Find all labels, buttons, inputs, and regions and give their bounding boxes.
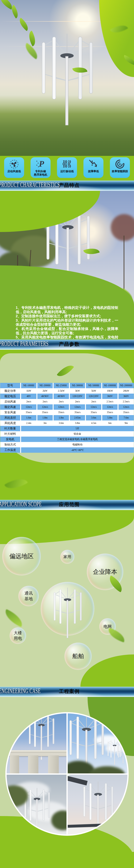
tracking-icon [115,159,125,169]
feature-item: 3、风轮叶片采用优化的气动外形设计和结构设计的专利技术，一体成型铝合金型材喷塑，… [16,318,118,327]
fan-icon [9,159,19,169]
bubble-ships: 船舶 [64,643,92,670]
wind-turbine-image [37,27,97,127]
param-value: 7.6m [119,415,134,421]
param-value: 1.8m [54,415,69,421]
param-label: 发电机 [0,437,20,442]
param-value: 48/96V [54,394,69,399]
case-photo-roofline [68,775,128,835]
param-value: 2m/s [21,399,37,404]
banner-title-reflection: ENGINEERING CASE [0,687,41,694]
section-banner-engineering: ENGINEERING CASE ENGINEERING CASE 工程案例 [0,687,134,697]
param-value: 10kW [102,388,118,394]
bubble-telecom-base: 通讯 基地 [18,586,39,606]
bubble-label: 企业降本 [93,568,117,576]
param-value: NE-10000H [102,383,118,388]
feature-item: 2、定制连接件使用国标法兰，便于多种安装要求方式; [16,314,118,318]
bubble-turbine-image [41,582,94,636]
param-value: 2.65m [70,415,85,421]
case-photo-rooftop [7,713,66,773]
param-row: 叶片数量5片 [0,426,134,431]
param-value: 2m/s [86,399,101,404]
param-value: 12m/s [54,404,69,410]
banner-title-reflection: PRODUCT CHARACTERISTICS [0,181,60,188]
param-value: 3kW [70,388,85,394]
parameters-section: 型号NE-1000HNE-2000HNE-2500HNE-3000HNE-500… [0,350,134,500]
param-value: 12m/s [21,404,37,410]
building-structure [7,750,66,752]
param-value: 1.6m [21,415,37,421]
bubble-label: 通讯 基地 [25,590,33,601]
bubble-label: 偏远地区 [9,552,34,560]
application-scope-section: 偏远地区 家用 企业降本 通讯 基地 电网 大楼 用电 船舶 [0,510,134,687]
feature-card-label: 效率智能跟踪 [112,170,128,173]
banner-title-reflection: APPLICATION SCOPE [0,500,42,507]
patent-icon: P ★★★★ [36,159,45,169]
param-value: 48V [21,394,37,399]
param-value: 4.5m [86,421,101,426]
parameters-table: 型号NE-1000HNE-2000HNE-2500HNE-3000HNE-500… [0,383,134,453]
param-label: 叶片数量 [0,426,20,431]
param-value: 5kW [86,388,101,394]
param-row: 安全风速35m/s35m/s35m/s35m/s35m/s35m/s35m/s [0,410,134,415]
param-row: 型号NE-1000HNE-2000HNE-2500HNE-3000HNE-500… [0,383,134,388]
feature-card-smart-tracking: 效率智能跟踪 [110,157,130,178]
param-value: 2.4m [21,421,37,426]
hero-photo [0,0,134,156]
param-value: 360V [102,394,118,399]
banner-title-zh: 产品参数 [59,342,80,347]
param-row: 工作温度-40℃~80℃ [0,447,134,453]
param-value-merged: 电磁制动 [21,442,134,447]
svg-text:★: ★ [36,160,38,162]
param-value: NE-3000H [70,383,85,388]
param-value: 35m/s [37,410,53,415]
building-structure [48,755,59,773]
param-row: 叶片材料铝合金 [0,431,134,437]
param-value: 35m/s [102,410,118,415]
param-row: 发电机三相交流永磁发电机/永磁悬浮发电机 [0,437,134,442]
building-structure [28,755,38,773]
param-label: 额定功率 [0,388,20,394]
bubble-label: 大楼 用电 [14,630,22,641]
green-corner-shape [99,0,134,77]
product-page: 启动风速低 P ★★★★ 专利永磁 悬浮发电机 [0,0,134,868]
param-value: 12m/s [119,404,134,410]
param-value: 6m [102,421,118,426]
param-row: 额定功率1kW2kW2.5kW3kW5kW10kW20kW [0,388,134,394]
green-curve-shape [0,265,134,305]
section-banner-parameters: PRODUCT PARAMETERS PRODUCT PARAMETERS 产品… [0,340,134,350]
param-value-merged: 铝合金 [21,431,134,437]
case-photo-collage: ✦ [5,712,129,836]
param-label: 叶片材料 [0,431,20,437]
param-value: 2.5kW [54,388,69,394]
param-value: 5.8m [102,415,118,421]
param-value: 2m/s [54,399,69,404]
param-value: NE-20000H [119,383,134,388]
bubble-building-power: 大楼 用电 [10,627,26,644]
bubble-label: 家用 [63,554,71,559]
param-value: 35m/s [21,410,37,415]
feature-item: 1、专利技术永磁悬浮发电机，特殊的定子设计，发电机的阻转矩低，启动风速低，风能利… [16,306,118,314]
param-value: 48/96V [37,394,53,399]
green-curve-shape [0,852,134,868]
leaf-decoration [106,628,127,643]
tree-canopy-red [111,214,134,241]
feature-card-low-failure: 故障率低 [83,157,103,178]
param-value: 3m [37,421,53,426]
param-value: 20kW [119,388,134,394]
param-label: 工作温度 [0,447,20,453]
feature-item: 4、机壳采用合金钢成型，配合定制轴承转体，风噪小，故障率低，抗台风能力更强，运行… [16,327,118,335]
param-value: 1.8m [37,415,53,421]
param-value: 12m/s [70,404,85,410]
param-value: 120/220V [70,394,85,399]
banner-title-zh: 工程案例 [59,689,80,694]
svg-text:★: ★ [38,166,39,168]
param-value: 35m/s [119,410,134,415]
section-banner-application: APPLICATION SCOPE APPLICATION SCOPE 应用范围 [0,500,134,510]
param-label: 型号 [0,383,20,388]
param-value: NE-2000H [37,383,53,388]
param-row: 额定电压48V48/96V48/96V120/220V120/220V360V3… [0,394,134,399]
vibration-icon [62,159,72,169]
sparkle-icon: ✦ [66,773,70,777]
param-value-merged: -40℃~80℃ [21,447,134,453]
